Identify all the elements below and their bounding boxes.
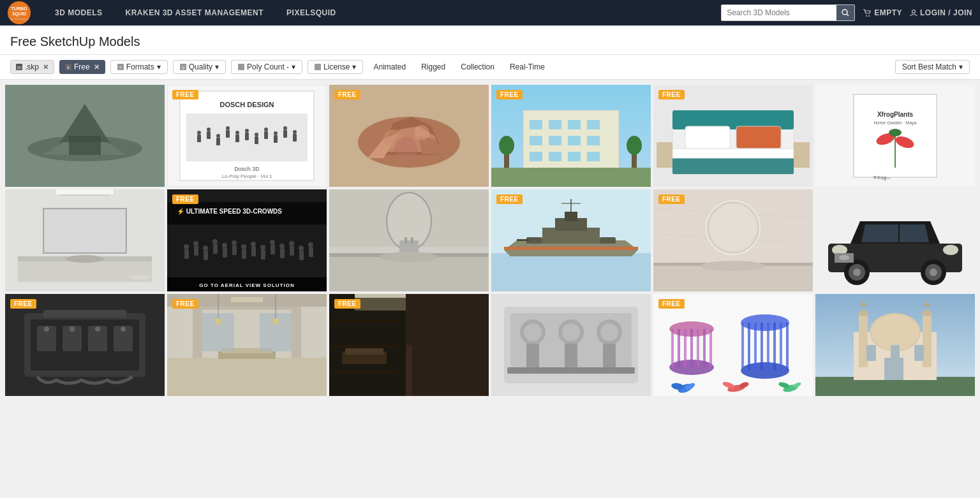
svg-rect-122 bbox=[213, 244, 218, 254]
grid-item-8[interactable]: ⚡ ULTIMATE SPEED 3D-CROWDS GO TO AERIAL … bbox=[167, 189, 327, 291]
svg-text:SQUID: SQUID bbox=[12, 11, 26, 17]
svg-rect-29 bbox=[197, 135, 201, 142]
svg-rect-142 bbox=[309, 247, 313, 257]
nav-pixelsquid[interactable]: PIXELSQUID bbox=[275, 0, 348, 26]
grid-item-6[interactable]: XfrogPlants Home Garden · Maya ✕frog inc… bbox=[815, 85, 975, 187]
svg-point-109 bbox=[66, 255, 104, 263]
svg-point-205 bbox=[95, 326, 100, 332]
model-preview-11 bbox=[653, 189, 813, 291]
sort-button[interactable]: Sort Best Match ▾ bbox=[895, 60, 970, 74]
svg-point-7 bbox=[868, 15, 870, 17]
svg-text:F: F bbox=[119, 66, 122, 70]
svg-text:⚡ ULTIMATE SPEED 3D-CROWDS: ⚡ ULTIMATE SPEED 3D-CROWDS bbox=[177, 207, 282, 216]
svg-point-121 bbox=[212, 239, 218, 244]
quality-icon: Q bbox=[180, 64, 186, 70]
free-remove-icon[interactable]: ✕ bbox=[94, 63, 100, 71]
login-button[interactable]: LOGIN / JOIN bbox=[910, 8, 972, 17]
realtime-filter[interactable]: Real-Time bbox=[505, 61, 550, 73]
model-preview-4 bbox=[491, 85, 651, 187]
model-preview-3 bbox=[329, 85, 489, 187]
grid-item-11[interactable]: FREE bbox=[653, 189, 813, 291]
svg-point-195 bbox=[839, 255, 849, 260]
svg-point-141 bbox=[308, 242, 313, 247]
svg-point-115 bbox=[184, 244, 189, 249]
license-filter[interactable]: License ▾ bbox=[308, 60, 363, 74]
grid-item-5[interactable]: FREE bbox=[653, 85, 813, 187]
nav-right: EMPTY LOGIN / JOIN bbox=[721, 4, 972, 21]
license-icon bbox=[315, 64, 321, 70]
grid-item-7[interactable] bbox=[5, 189, 165, 291]
free-badge-13: FREE bbox=[10, 299, 36, 309]
nav-3dmodels[interactable]: 3D MODELS bbox=[43, 0, 114, 26]
animated-filter[interactable]: Animated bbox=[368, 61, 411, 73]
svg-rect-215 bbox=[231, 297, 263, 302]
svg-rect-256 bbox=[703, 329, 706, 367]
svg-point-117 bbox=[193, 241, 198, 246]
svg-rect-228 bbox=[355, 294, 406, 298]
svg-point-137 bbox=[289, 241, 294, 246]
svg-point-204 bbox=[70, 326, 75, 332]
quality-filter[interactable]: Q Quality ▾ bbox=[173, 60, 226, 74]
svg-text:Lo-Poly People · Vol.1: Lo-Poly People · Vol.1 bbox=[222, 173, 272, 179]
svg-rect-70 bbox=[549, 136, 561, 145]
page-header: Free SketchUp Models bbox=[0, 26, 980, 55]
svg-point-241 bbox=[562, 323, 580, 341]
svg-rect-41 bbox=[255, 136, 258, 144]
grid-item-4[interactable]: FREE bbox=[491, 85, 651, 187]
search-input[interactable] bbox=[722, 5, 836, 20]
formats-filter[interactable]: F Formats ▾ bbox=[110, 60, 168, 74]
svg-point-36 bbox=[235, 131, 239, 135]
svg-rect-124 bbox=[223, 248, 227, 258]
model-preview-16 bbox=[491, 294, 651, 396]
grid-item-17[interactable]: FREE bbox=[653, 294, 813, 396]
svg-point-176 bbox=[709, 204, 757, 251]
logo[interactable]: TURBO SQUID by shutterstock bbox=[8, 1, 31, 24]
grid-item-14[interactable]: FREE bbox=[167, 294, 327, 396]
grid-item-1[interactable] bbox=[5, 85, 165, 187]
svg-rect-232 bbox=[329, 370, 399, 372]
svg-rect-229 bbox=[355, 298, 406, 311]
svg-text:Dosch 3D: Dosch 3D bbox=[234, 166, 260, 172]
model-preview-13 bbox=[5, 294, 165, 396]
svg-point-221 bbox=[215, 318, 221, 325]
nav-kraken[interactable]: KRAKEN 3D ASSET MANAGEMENT bbox=[114, 0, 276, 26]
svg-rect-81 bbox=[491, 168, 651, 187]
svg-rect-211 bbox=[193, 307, 202, 358]
svg-rect-265 bbox=[773, 323, 776, 370]
svg-rect-252 bbox=[678, 329, 680, 367]
svg-rect-126 bbox=[232, 245, 237, 255]
collection-filter[interactable]: Collection bbox=[456, 61, 500, 73]
grid-item-2[interactable]: DOSCH DESIGN Dosch 3D Lo-Po bbox=[167, 85, 327, 187]
free-badge-17: FREE bbox=[658, 299, 685, 309]
rigged-filter[interactable]: Rigged bbox=[416, 61, 450, 73]
svg-rect-89 bbox=[657, 142, 672, 168]
svg-point-284 bbox=[858, 310, 868, 316]
cart-button[interactable]: EMPTY bbox=[863, 8, 902, 17]
model-preview-14 bbox=[167, 294, 327, 396]
svg-point-131 bbox=[260, 245, 265, 250]
svg-rect-18 bbox=[315, 64, 321, 70]
quality-chevron-icon: ▾ bbox=[215, 62, 219, 71]
svg-rect-66 bbox=[549, 120, 561, 129]
grid-item-16[interactable] bbox=[491, 294, 651, 396]
grid-item-10[interactable]: FREE bbox=[491, 189, 651, 291]
grid-item-9[interactable] bbox=[329, 189, 489, 291]
grid-item-18[interactable] bbox=[815, 294, 975, 396]
free-filter-tag[interactable]: $ Free ✕ bbox=[59, 60, 105, 74]
grid-item-3[interactable]: FREE bbox=[329, 85, 489, 187]
login-label: LOGIN / JOIN bbox=[920, 8, 972, 17]
grid-item-15[interactable]: FREE bbox=[329, 294, 489, 396]
skp-remove-icon[interactable]: ✕ bbox=[43, 63, 48, 71]
polycount-filter[interactable]: Poly Count - ▾ bbox=[231, 60, 302, 74]
turbosquid-logo-icon: TURBO SQUID by shutterstock bbox=[8, 1, 31, 24]
svg-rect-155 bbox=[405, 237, 407, 244]
svg-rect-244 bbox=[526, 344, 539, 369]
svg-rect-73 bbox=[530, 152, 542, 161]
skp-filter-tag[interactable]: 3D .skp ✕ bbox=[10, 60, 54, 74]
svg-point-127 bbox=[241, 244, 246, 249]
svg-rect-230 bbox=[329, 319, 399, 321]
grid-item-13[interactable]: FREE bbox=[5, 294, 165, 396]
search-button[interactable] bbox=[836, 5, 854, 20]
grid-item-12[interactable] bbox=[815, 189, 975, 291]
svg-point-30 bbox=[207, 128, 211, 131]
